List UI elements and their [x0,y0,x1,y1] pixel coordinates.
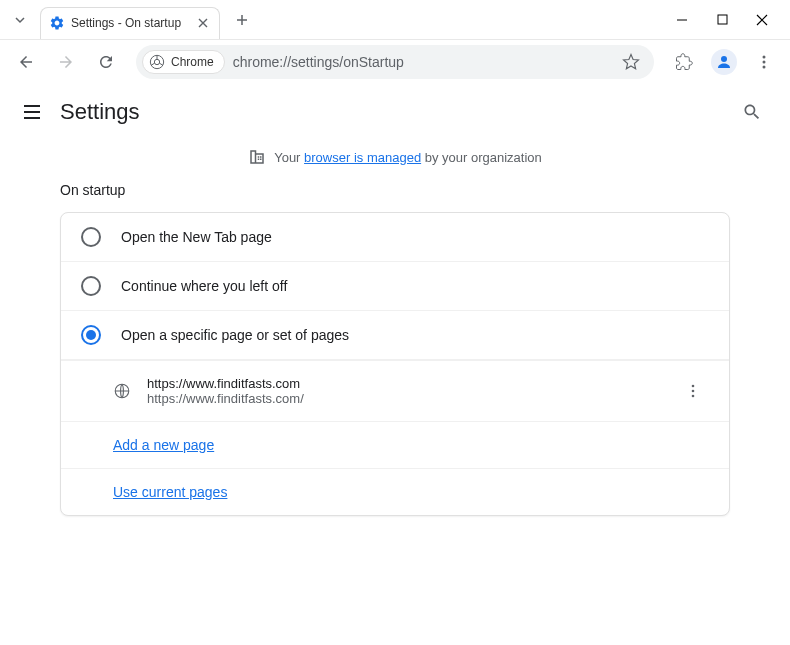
page-title: Settings [60,99,734,125]
svg-point-5 [763,61,766,64]
radio-icon [81,276,101,296]
new-tab-button[interactable] [228,6,256,34]
managed-link[interactable]: browser is managed [304,150,421,165]
option-label: Open a specific page or set of pages [121,327,349,343]
reload-button[interactable] [90,46,122,78]
tab-search-dropdown[interactable] [8,8,32,32]
startup-page-entry: https://www.finditfasts.com https://www.… [61,360,729,421]
managed-text: Your browser is managed by your organiza… [274,150,542,165]
menu-icon[interactable] [20,100,44,124]
profile-avatar[interactable] [708,46,740,78]
domain-icon [248,148,266,166]
startup-page-title: https://www.finditfasts.com [147,376,661,391]
close-window-button[interactable] [742,4,782,36]
option-new-tab[interactable]: Open the New Tab page [61,213,729,262]
back-button[interactable] [10,46,42,78]
url-text: chrome://settings/onStartup [233,54,614,70]
add-page-link[interactable]: Add a new page [113,437,214,453]
startup-page-url: https://www.finditfasts.com/ [147,391,661,406]
option-label: Open the New Tab page [121,229,272,245]
use-current-link[interactable]: Use current pages [113,484,227,500]
chrome-origin-chip: Chrome [142,50,225,74]
browser-tab[interactable]: Settings - On startup [40,7,220,39]
settings-favicon [49,15,65,31]
search-settings-button[interactable] [734,94,770,130]
maximize-button[interactable] [702,4,742,36]
option-label: Continue where you left off [121,278,287,294]
svg-point-6 [763,66,766,69]
chrome-menu-icon[interactable] [748,46,780,78]
globe-icon [113,382,131,400]
page-more-button[interactable] [677,375,709,407]
svg-point-10 [692,395,695,398]
radio-icon-selected [81,325,101,345]
option-continue[interactable]: Continue where you left off [61,262,729,311]
svg-point-2 [154,59,159,64]
close-tab-icon[interactable] [195,15,211,31]
startup-options-card: Open the New Tab page Continue where you… [60,212,730,516]
svg-point-4 [763,56,766,59]
chrome-chip-label: Chrome [171,55,214,69]
tab-title: Settings - On startup [71,16,189,30]
chrome-logo-icon [149,54,165,70]
extensions-icon[interactable] [668,46,700,78]
section-title: On startup [60,182,730,198]
svg-rect-0 [718,15,727,24]
svg-point-3 [721,56,727,62]
radio-icon [81,227,101,247]
forward-button[interactable] [50,46,82,78]
option-specific-pages[interactable]: Open a specific page or set of pages [61,311,729,360]
bookmark-star-icon[interactable] [622,53,640,71]
minimize-button[interactable] [662,4,702,36]
svg-point-8 [692,385,695,388]
address-bar[interactable]: Chrome chrome://settings/onStartup [136,45,654,79]
svg-point-9 [692,390,695,393]
